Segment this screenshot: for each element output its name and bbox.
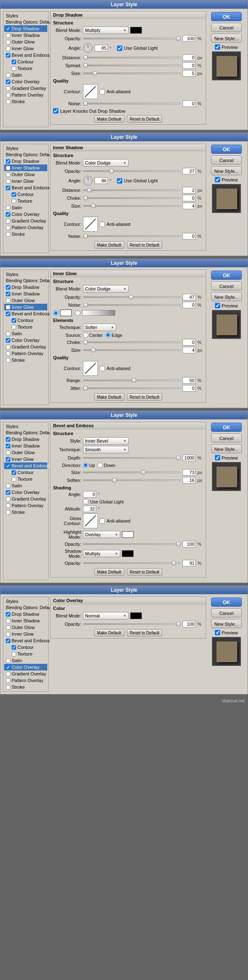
anti-alias-check-1[interactable] — [100, 89, 105, 94]
sidebar-item-innerglow-1[interactable]: Inner Glow — [4, 45, 47, 52]
cancel-button-3[interactable]: Cancel — [211, 281, 242, 290]
noise-input-2[interactable] — [182, 233, 196, 240]
color-swatch-5[interactable] — [130, 612, 142, 619]
distance-input-2[interactable] — [182, 187, 196, 194]
size-slider-1[interactable] — [83, 73, 181, 74]
preview-checkbox-5[interactable] — [215, 630, 220, 635]
stroke-check-5[interactable] — [6, 685, 10, 690]
choke-slider-3[interactable] — [83, 341, 181, 343]
blend-mode-dropdown-2[interactable]: Color Dodge ▼ — [83, 159, 129, 167]
soften-slider-4[interactable] — [83, 479, 181, 481]
new-style-button-2[interactable]: New Style... — [211, 166, 242, 175]
noise-input-1[interactable] — [182, 100, 196, 107]
glow-color-swatch-3[interactable] — [60, 310, 72, 316]
sidebar-item-blending-1[interactable]: Blending Options: Default — [4, 19, 47, 25]
new-style-button-4[interactable]: New Style... — [211, 444, 242, 453]
innershadow-check-1[interactable] — [6, 33, 10, 38]
cancel-button-2[interactable]: Cancel — [211, 155, 242, 165]
altitude-input-4[interactable] — [83, 506, 96, 512]
contour-check-1[interactable] — [12, 60, 16, 64]
anti-alias-check-2[interactable] — [100, 222, 105, 227]
dropshadow-check-4[interactable] — [6, 437, 10, 442]
opacity-input-5[interactable] — [182, 621, 196, 627]
dropshadow-check-1[interactable] — [6, 27, 10, 31]
satin-check-1[interactable] — [6, 73, 10, 77]
sidebar-item-dropshadow-4[interactable]: Drop Shadow — [4, 436, 47, 443]
up-radio-4[interactable] — [83, 462, 88, 468]
sidebar-item-satin-2[interactable]: Satin — [4, 204, 47, 211]
innerglow-check-1[interactable] — [6, 46, 10, 51]
new-style-button-3[interactable]: New Style... — [211, 292, 242, 301]
gradientoverlay-check-1[interactable] — [6, 86, 10, 91]
coloroverlay-check-5[interactable] — [6, 665, 10, 670]
preview-checkbox-2[interactable] — [215, 177, 220, 182]
shadow-color-swatch-4[interactable] — [122, 550, 134, 557]
sidebar-item-satin-1[interactable]: Satin — [4, 72, 47, 78]
sidebar-item-gradientoverlay-5[interactable]: Gradient Overlay — [4, 670, 47, 677]
make-default-btn-1[interactable]: Make Default — [94, 115, 124, 123]
range-slider-3[interactable] — [83, 380, 181, 381]
style-dropdown-4[interactable]: Inner Bevel ▼ — [83, 437, 129, 445]
angle-input-1[interactable] — [95, 45, 108, 51]
sidebar-item-satin-4[interactable]: Satin — [4, 482, 47, 489]
texture-check-5[interactable] — [12, 652, 16, 656]
sidebar-item-patternoverlay-2[interactable]: Pattern Overlay — [4, 224, 47, 231]
ok-button-4[interactable]: OK — [211, 423, 242, 432]
jitter-input-3[interactable] — [182, 385, 196, 392]
ok-button-2[interactable]: OK — [211, 145, 242, 154]
sidebar-item-contour-4[interactable]: Contour — [4, 469, 47, 476]
layer-knocks-check-1[interactable] — [53, 108, 58, 114]
patternoverlay-check-5[interactable] — [6, 678, 10, 683]
sidebar-item-bevel-1[interactable]: Bevel and Emboss — [4, 52, 47, 58]
texture-check-4[interactable] — [12, 477, 16, 482]
ok-button-5[interactable]: OK — [211, 598, 242, 607]
reset-btn-5[interactable]: Reset to Default — [127, 629, 163, 636]
contour-preview-1[interactable] — [83, 84, 98, 99]
direction-down-4[interactable]: Down — [97, 462, 115, 468]
patternoverlay-check-4[interactable] — [6, 503, 10, 508]
sidebar-item-innershadow-1[interactable]: Inner Shadow — [4, 32, 47, 39]
sidebar-item-stroke-4[interactable]: Stroke — [4, 509, 47, 515]
ok-button-1[interactable]: OK — [211, 12, 242, 21]
sidebar-item-gradientoverlay-2[interactable]: Gradient Overlay — [4, 218, 47, 224]
direction-up-4[interactable]: Up — [83, 462, 95, 468]
sidebar-item-dropshadow-5[interactable]: Drop Shadow — [4, 611, 47, 617]
choke-slider-2[interactable] — [83, 197, 181, 199]
ok-button-3[interactable]: OK — [211, 271, 242, 280]
blend-mode-dropdown-5[interactable]: Normal ▼ — [83, 612, 129, 619]
sidebar-item-stroke-5[interactable]: Stroke — [4, 684, 47, 690]
global-light-check-4[interactable] — [83, 499, 88, 504]
sidebar-item-contour-5[interactable]: Contour — [4, 644, 47, 651]
shadow-mode-dropdown-4[interactable]: Multiply ▼ — [83, 550, 120, 557]
innershadow-check-4[interactable] — [6, 444, 10, 448]
innerglow-check-4[interactable] — [6, 457, 10, 462]
spread-input-1[interactable] — [182, 62, 196, 69]
texture-check-3[interactable] — [12, 325, 16, 329]
cancel-button-1[interactable]: Cancel — [211, 23, 242, 32]
cancel-button-4[interactable]: Cancel — [211, 433, 242, 443]
sidebar-item-innerglow-2[interactable]: Inner Glow — [4, 178, 47, 184]
bevel-check-4[interactable] — [6, 464, 10, 468]
size-slider-2[interactable] — [83, 205, 181, 207]
reset-btn-3[interactable]: Reset to Default — [127, 393, 163, 401]
sidebar-item-coloroverlay-4[interactable]: Color Overlay — [4, 489, 47, 496]
stroke-check-1[interactable] — [6, 99, 10, 104]
sidebar-item-bevel-2[interactable]: Bevel and Emboss — [4, 184, 47, 191]
sidebar-item-coloroverlay-2[interactable]: Color Overlay — [4, 211, 47, 218]
reset-btn-4[interactable]: Reset to Default — [127, 568, 163, 576]
outerglow-check-4[interactable] — [6, 450, 10, 455]
gradientoverlay-check-5[interactable] — [6, 672, 10, 676]
noise-input-3a[interactable] — [182, 302, 196, 308]
highlight-mode-dropdown-4[interactable]: Overlay ▼ — [83, 531, 120, 538]
noise-slider-3a[interactable] — [83, 304, 181, 306]
size-input-2[interactable] — [182, 203, 196, 209]
sidebar-item-innershadow-5[interactable]: Inner Shadow — [4, 617, 47, 624]
sidebar-item-innerglow-5[interactable]: Inner Glow — [4, 631, 47, 637]
sidebar-item-innershadow-3[interactable]: Inner Shadow — [4, 290, 47, 297]
source-center-3[interactable]: Center — [83, 332, 103, 338]
patternoverlay-check-1[interactable] — [6, 93, 10, 97]
center-radio-3[interactable] — [83, 332, 88, 338]
outerglow-check-1[interactable] — [6, 40, 10, 44]
sidebar-item-innerglow-3[interactable]: Inner Glow — [4, 304, 47, 310]
opacity-slider-1[interactable] — [83, 38, 181, 39]
